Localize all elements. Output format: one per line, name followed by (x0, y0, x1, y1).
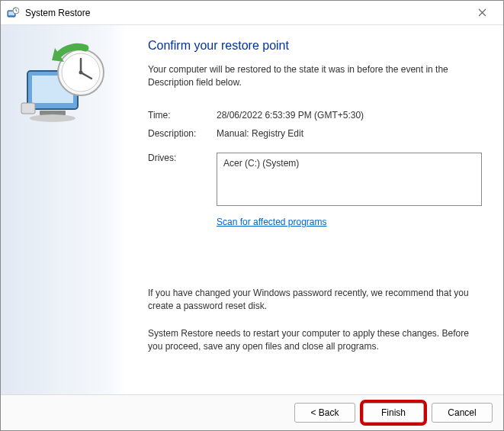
titlebar: System Restore (1, 1, 503, 25)
drive-item[interactable]: Acer (C:) (System) (223, 158, 475, 169)
page-heading: Confirm your restore point (148, 39, 482, 53)
password-notice: If you have changed your Windows passwor… (148, 287, 482, 314)
content-panel: Confirm your restore point Your computer… (127, 25, 503, 394)
time-row: Time: 28/06/2022 6:53:39 PM (GMT+5:30) (148, 110, 482, 121)
svg-rect-8 (21, 103, 35, 114)
close-button[interactable] (467, 2, 497, 24)
scan-affected-programs-link[interactable]: Scan for affected programs (217, 217, 327, 227)
drives-row: Drives: Acer (C:) (System) (148, 153, 482, 206)
description-value: Manual: Registry Edit (217, 128, 482, 139)
description-label: Description: (148, 128, 217, 139)
body-area: Confirm your restore point Your computer… (1, 25, 503, 394)
footer-buttons: < Back Finish Cancel (1, 394, 503, 430)
back-button[interactable]: < Back (294, 403, 355, 423)
system-restore-icon (18, 40, 110, 132)
restart-notice: System Restore needs to restart your com… (148, 327, 482, 354)
restore-title-icon (7, 7, 19, 19)
time-value: 28/06/2022 6:53:39 PM (GMT+5:30) (217, 110, 482, 121)
svg-point-7 (30, 114, 75, 122)
drives-label: Drives: (148, 153, 217, 163)
system-restore-window: System Restore (0, 0, 504, 431)
description-row: Description: Manual: Registry Edit (148, 128, 482, 139)
close-icon (478, 8, 486, 17)
window-title: System Restore (25, 8, 467, 18)
cancel-button[interactable]: Cancel (432, 403, 493, 423)
time-label: Time: (148, 110, 217, 121)
finish-button[interactable]: Finish (363, 403, 424, 423)
sidebar (1, 25, 127, 394)
drives-listbox[interactable]: Acer (C:) (System) (217, 153, 482, 206)
svg-point-11 (79, 71, 82, 75)
page-description: Your computer will be restored to the st… (148, 63, 482, 90)
